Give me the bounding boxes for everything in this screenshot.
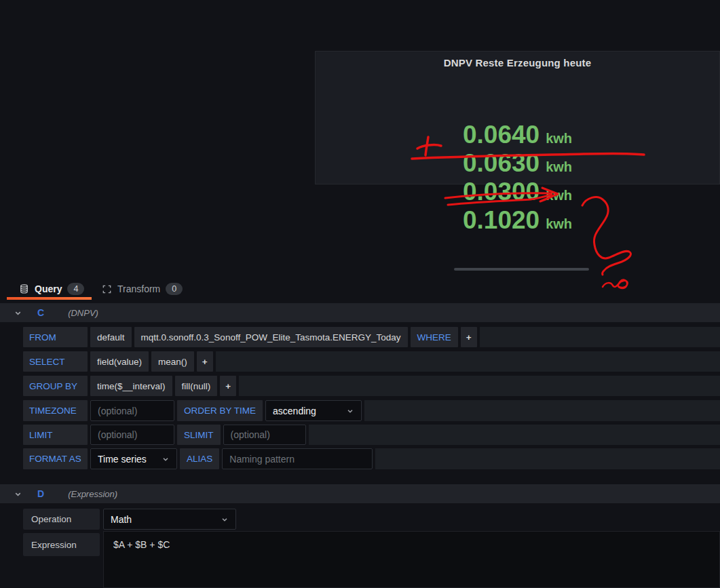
slimit-input[interactable] <box>223 425 306 445</box>
order-by-select[interactable]: ascending <box>265 400 362 421</box>
group-by-label: GROUP BY <box>23 376 88 396</box>
order-by-time-label: ORDER BY TIME <box>177 400 263 421</box>
timezone-input[interactable] <box>90 400 174 421</box>
stat-panel: DNPV Reste Erzeugung heute 0.0640 kwh 0.… <box>315 51 720 184</box>
format-as-label: FORMAT AS <box>23 448 88 469</box>
stat-number: 0.1020 <box>463 207 539 234</box>
timezone-label: TIMEZONE <box>23 400 88 421</box>
row-filler <box>480 327 720 347</box>
group-by-row: GROUP BY time($__interval) fill(null) + <box>23 376 720 396</box>
expression-label: Expression <box>23 533 100 556</box>
add-group-by-button[interactable]: + <box>220 376 236 396</box>
chevron-down-icon <box>346 407 354 415</box>
datasource-segment[interactable]: default <box>90 327 132 347</box>
row-filler <box>216 351 720 372</box>
stat-unit: kwh <box>546 159 572 175</box>
fill-segment[interactable]: fill(null) <box>175 376 218 396</box>
slimit-label: SLIMIT <box>177 425 221 445</box>
add-where-button[interactable]: + <box>461 327 477 347</box>
operation-label: Operation <box>23 509 100 530</box>
query-count-badge: 4 <box>67 283 84 295</box>
stat-number: 0.0300 <box>463 178 539 205</box>
from-row: FROM default mqtt.0.sonoff.0.3_Sonoff_PO… <box>23 327 720 347</box>
limit-row: LIMIT SLIMIT <box>23 425 720 445</box>
alias-label: ALIAS <box>180 448 219 469</box>
stat-number: 0.0640 <box>463 121 539 149</box>
select-label: SELECT <box>23 351 88 372</box>
field-segment[interactable]: field(value) <box>90 351 149 372</box>
group-by-time-segment[interactable]: time($__interval) <box>90 376 172 396</box>
resize-handle[interactable] <box>454 268 589 271</box>
order-by-value: ascending <box>273 406 316 416</box>
stat-value-row: 0.1020 kwh <box>463 207 572 235</box>
stat-unit: kwh <box>546 216 572 232</box>
query-d-header[interactable]: D (Expression) <box>0 484 720 503</box>
stat-values: 0.0640 kwh 0.0630 kwh 0.0300 kwh 0.1020 … <box>316 121 719 235</box>
query-ref-d: D <box>37 488 44 499</box>
stat-number: 0.0630 <box>463 150 539 177</box>
tab-query-label: Query <box>35 283 62 294</box>
expression-input[interactable]: $A + $B + $C <box>103 531 720 588</box>
measurement-segment[interactable]: mqtt.0.sonoff.0.3_Sonoff_POW_Elite_Tasmo… <box>134 327 408 347</box>
chevron-down-icon <box>162 455 170 463</box>
editor-tabbar: Query 4 Transform 0 <box>0 278 720 303</box>
stat-unit: kwh <box>546 131 572 146</box>
tab-transform[interactable]: Transform 0 <box>102 279 183 298</box>
query-ref-c: C <box>37 307 44 318</box>
row-filler <box>309 425 720 445</box>
operation-select[interactable]: Math <box>103 509 236 530</box>
from-label: FROM <box>23 327 88 347</box>
format-as-row: FORMAT AS Time series ALIAS <box>23 448 720 469</box>
limit-label: LIMIT <box>23 425 88 445</box>
select-row: SELECT field(value) mean() + <box>23 351 720 372</box>
tab-query[interactable]: Query 4 <box>19 279 84 298</box>
alias-input[interactable] <box>222 448 373 469</box>
grafana-panel-editor: DNPV Reste Erzeugung heute 0.0640 kwh 0.… <box>0 0 720 588</box>
limit-input[interactable] <box>90 425 174 445</box>
transform-icon <box>102 284 112 294</box>
add-select-button[interactable]: + <box>197 351 213 372</box>
operation-value: Math <box>111 514 132 525</box>
query-c-type: (DNPV) <box>68 308 98 318</box>
chevron-down-icon[interactable] <box>14 309 22 317</box>
function-segment[interactable]: mean() <box>151 351 194 372</box>
timezone-row: TIMEZONE ORDER BY TIME ascending <box>23 400 720 421</box>
stat-value-row: 0.0640 kwh <box>463 121 572 150</box>
row-filler <box>364 400 720 421</box>
chevron-down-icon[interactable] <box>14 490 22 498</box>
format-as-value: Time series <box>98 454 147 465</box>
query-d-type: (Expression) <box>68 489 117 499</box>
active-tab-indicator <box>7 297 92 300</box>
panel-title: DNPV Reste Erzeugung heute <box>316 57 719 68</box>
query-c-header[interactable]: C (DNPV) <box>0 303 720 322</box>
where-label: WHERE <box>411 327 458 347</box>
stat-value-row: 0.0300 kwh <box>463 178 572 207</box>
format-as-select[interactable]: Time series <box>90 448 177 469</box>
chevron-down-icon <box>221 515 229 524</box>
stat-unit: kwh <box>546 188 572 203</box>
transform-count-badge: 0 <box>166 283 183 295</box>
stat-value-row: 0.0630 kwh <box>463 150 572 178</box>
row-filler <box>239 376 720 396</box>
database-icon <box>19 283 29 294</box>
tab-transform-label: Transform <box>117 283 160 294</box>
row-filler <box>375 448 720 469</box>
